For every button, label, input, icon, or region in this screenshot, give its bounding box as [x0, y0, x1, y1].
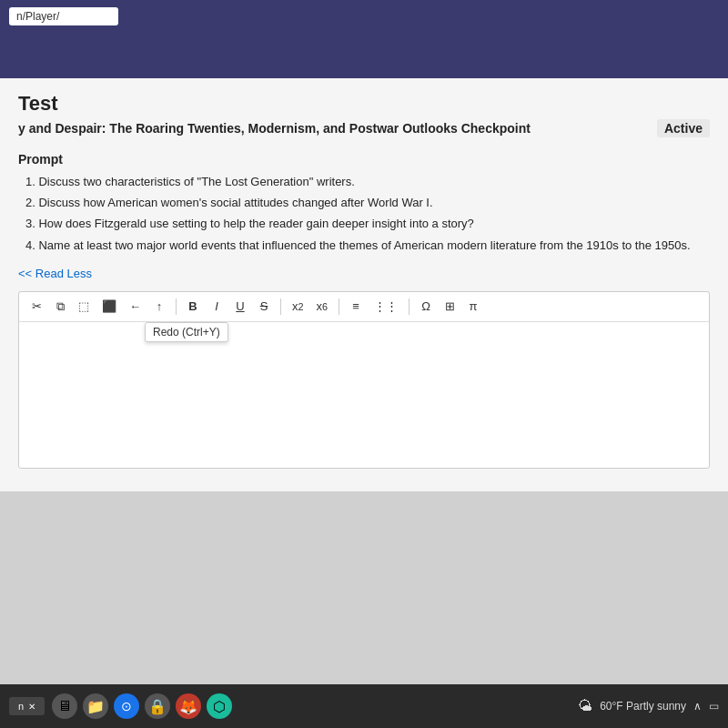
redo-wrapper: ↑ Redo (Ctrl+Y) — [149, 297, 169, 317]
main-content: Test y and Despair: The Roaring Twenties… — [0, 78, 728, 684]
editor-toolbar: ✂ ⧉ ⬚ ⬛ ← ↑ Redo (Ctrl+Y) B I U S x2 x6 — [19, 292, 709, 322]
redo-tooltip: Redo (Ctrl+Y) — [145, 322, 228, 342]
redo-button[interactable]: ↑ — [149, 297, 169, 317]
taskbar-icon-app[interactable]: ⬡ — [207, 693, 232, 719]
taskbar-tab-close[interactable]: ✕ — [28, 702, 35, 712]
taskbar: n ✕ 🖥 📁 ⊙ 🔒 🦊 ⬡ 🌤 60°F Partly sunny ∧ ▭ — [0, 684, 728, 728]
toolbar-separator-1 — [176, 298, 177, 315]
copy-button[interactable]: ⧉ — [50, 297, 70, 317]
taskbar-expand[interactable]: ∧ — [693, 700, 702, 713]
taskbar-icon-lock[interactable]: 🔒 — [145, 693, 170, 719]
editor-body[interactable] — [19, 322, 709, 468]
prompt-label: Prompt — [18, 152, 710, 167]
taskbar-icon-fox[interactable]: 🦊 — [176, 693, 201, 719]
paste-button[interactable]: ⬚ — [74, 297, 94, 317]
list-item: 1. Discuss two characteristics of "The L… — [18, 174, 710, 190]
taskbar-icon-monitor[interactable]: 🖥 — [52, 693, 77, 719]
subtitle-text: y and Despair: The Roaring Twenties, Mod… — [18, 121, 531, 136]
bold-button[interactable]: B — [183, 297, 203, 317]
table-button[interactable]: ⊞ — [440, 297, 460, 317]
taskbar-icon-folder[interactable]: 📁 — [83, 693, 108, 719]
italic-button[interactable]: I — [207, 297, 227, 317]
browser-url[interactable]: n/Player/ — [9, 7, 118, 25]
list-ol-button[interactable]: ≡ — [346, 297, 366, 317]
list-ul-button[interactable]: ⋮⋮ — [369, 297, 402, 317]
omega-button[interactable]: Ω — [416, 297, 436, 317]
paste2-button[interactable]: ⬛ — [97, 297, 121, 317]
taskbar-icon-chrome[interactable]: ⊙ — [114, 693, 139, 719]
list-item: 4. Name at least two major world events … — [18, 238, 710, 254]
page-title: Test — [18, 92, 710, 116]
list-item: 3. How does Fitzgerald use setting to he… — [18, 216, 710, 232]
list-item: 2. Discuss how American women's social a… — [18, 195, 710, 211]
weather-text: 60°F Partly sunny — [600, 700, 686, 713]
toolbar-separator-2 — [280, 298, 281, 315]
editor-wrapper: ✂ ⧉ ⬚ ⬛ ← ↑ Redo (Ctrl+Y) B I U S x2 x6 — [18, 291, 710, 469]
toolbar-separator-4 — [409, 298, 410, 315]
taskbar-tab[interactable]: n ✕ — [9, 697, 45, 715]
taskbar-right: 🌤 60°F Partly sunny ∧ ▭ — [578, 698, 719, 714]
taskbar-icons: 🖥 📁 ⊙ 🔒 🦊 ⬡ — [52, 693, 232, 719]
read-less-link[interactable]: << Read Less — [18, 267, 92, 280]
superscript-button[interactable]: x6 — [312, 297, 333, 317]
cut-button[interactable]: ✂ — [26, 297, 46, 317]
prompt-list: 1. Discuss two characteristics of "The L… — [18, 174, 710, 254]
taskbar-tab-label: n — [18, 701, 24, 712]
subscript-button[interactable]: x2 — [288, 297, 308, 317]
taskbar-left: n ✕ 🖥 📁 ⊙ 🔒 🦊 ⬡ — [9, 693, 232, 719]
active-badge: Active — [657, 119, 710, 137]
show-desktop-button[interactable]: ▭ — [709, 700, 719, 713]
weather-icon: 🌤 — [578, 698, 592, 714]
undo-button[interactable]: ← — [125, 297, 146, 317]
strikethrough-button[interactable]: S — [254, 297, 274, 317]
subtitle-row: y and Despair: The Roaring Twenties, Mod… — [18, 119, 710, 137]
header-band — [0, 33, 728, 78]
content-area: Test y and Despair: The Roaring Twenties… — [0, 78, 728, 491]
toolbar-separator-3 — [339, 298, 339, 315]
browser-bar: n/Player/ — [0, 0, 728, 33]
underline-button[interactable]: U — [230, 297, 250, 317]
pi-button[interactable]: π — [463, 297, 483, 317]
